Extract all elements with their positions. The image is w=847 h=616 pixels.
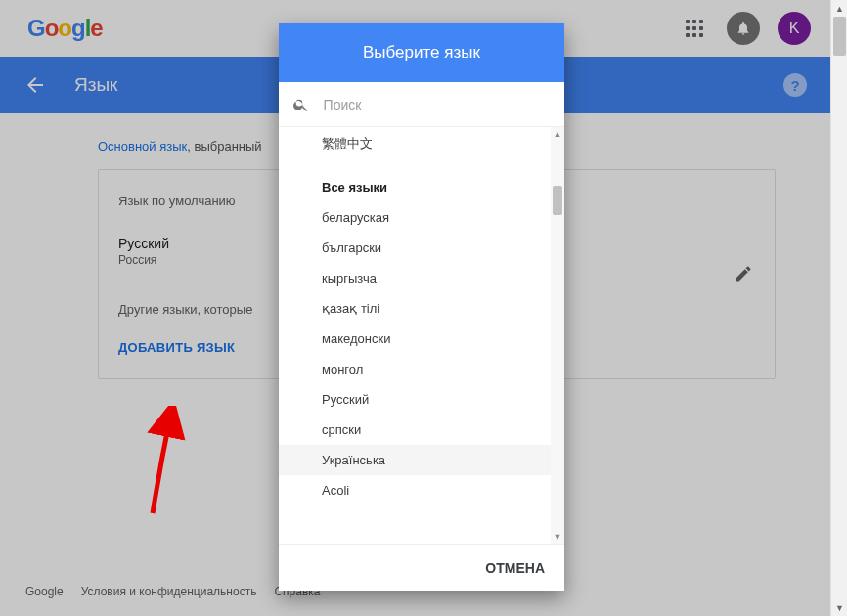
scroll-down-icon[interactable]: ▼	[551, 530, 564, 544]
list-scrollbar[interactable]: ▲ ▼	[551, 127, 564, 544]
search-icon	[292, 95, 310, 114]
page-scrollbar[interactable]: ▲ ▼	[830, 0, 847, 616]
list-item[interactable]: Acoli	[279, 475, 551, 506]
list-item[interactable]: Українська	[279, 445, 551, 475]
language-picker-modal: Выберите язык 繁體中文Все языкибеларускаябъл…	[279, 23, 564, 591]
scroll-thumb[interactable]	[553, 186, 562, 215]
list-item[interactable]: қазақ тілі	[279, 293, 551, 324]
list-item[interactable]: беларуская	[279, 202, 551, 233]
modal-title: Выберите язык	[279, 23, 564, 82]
modal-search-row	[279, 82, 564, 127]
page-scroll-down-icon[interactable]: ▼	[831, 599, 847, 616]
list-item[interactable]: български	[279, 233, 551, 263]
list-item[interactable]: македонски	[279, 324, 551, 354]
scroll-up-icon[interactable]: ▲	[551, 127, 564, 141]
cancel-button[interactable]: ОТМЕНА	[485, 560, 545, 576]
modal-actions: ОТМЕНА	[279, 544, 564, 591]
page-scroll-up-icon[interactable]: ▲	[831, 0, 847, 17]
list-item[interactable]: 繁體中文	[279, 127, 551, 160]
list-item[interactable]: српски	[279, 415, 551, 445]
list-section-header: Все языки	[279, 160, 551, 202]
list-item[interactable]: Русский	[279, 384, 551, 415]
search-input[interactable]	[324, 97, 551, 112]
list-item[interactable]: монгол	[279, 354, 551, 384]
page-scroll-thumb[interactable]	[833, 17, 846, 56]
language-list: 繁體中文Все языкибеларускаябългарскикыргызча…	[279, 127, 564, 544]
list-item[interactable]: кыргызча	[279, 263, 551, 293]
